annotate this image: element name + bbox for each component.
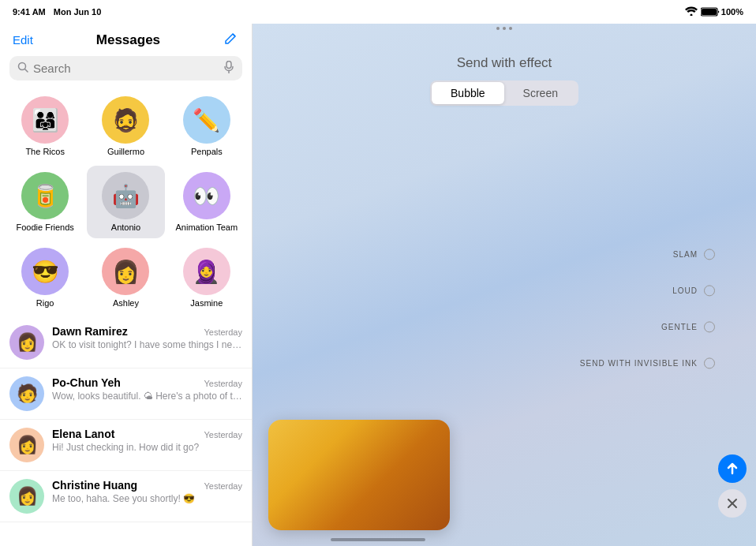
conv-name-dawn-ramirez: Dawn Ramirez [52,325,128,338]
home-indicator [331,538,425,541]
three-dots [496,27,512,30]
pinned-name-jasmine: Jasmine [190,298,223,308]
effect-label-slam: SLAM [673,250,698,259]
pinned-avatar-guillermo: 🧔 [102,96,149,144]
conv-content-dawn-ramirez: Dawn Ramirez Yesterday OK to visit tonig… [52,325,242,350]
status-bar: 9:41 AM Mon Jun 10 100% [0,0,756,24]
conv-avatar-po-chun-yeh: 🧑 [9,376,44,411]
conv-top-elena-lanot: Elena Lanot Yesterday [52,428,242,440]
effect-label-gentle: GENTLE [661,323,698,331]
cancel-button[interactable] [718,489,747,518]
wifi-icon [685,6,698,17]
search-bar[interactable] [9,56,242,80]
message-preview [268,420,450,530]
conv-item-elena-lanot[interactable]: 👩 Elena Lanot Yesterday Hi! Just checkin… [0,420,252,471]
svg-rect-2 [702,9,717,15]
conv-time-christine-huang: Yesterday [204,481,242,491]
conv-avatar-dawn-ramirez: 👩 [9,325,44,360]
effect-option-slam[interactable]: SLAM [673,249,715,260]
pinned-avatar-antonio: 🤖 [102,172,149,219]
pinned-item-penpals[interactable]: ✏️ Penpals [168,90,245,163]
pinned-item-animation-team[interactable]: 👀 Animation Team [168,166,245,238]
pinned-avatar-ashley: 👩 [102,248,149,295]
conv-name-po-chun-yeh: Po-Chun Yeh [52,376,121,389]
effect-radio-invisible-ink [704,357,715,368]
effect-radio-loud [704,285,715,296]
pinned-avatar-rigo: 😎 [21,248,69,295]
right-panel: Send with effect Bubble Screen SLAM LOUD… [253,24,756,546]
pinned-name-antonio: Antonio [111,223,140,232]
conv-name-elena-lanot: Elena Lanot [52,428,114,440]
conv-preview-dawn-ramirez: OK to visit tonight? I have some things … [52,339,242,350]
conv-top-dawn-ramirez: Dawn Ramirez Yesterday [52,325,242,338]
send-button[interactable] [718,454,747,483]
pinned-item-guillermo[interactable]: 🧔 Guillermo [87,90,164,163]
conv-top-christine-huang: Christine Huang Yesterday [52,479,242,492]
sidebar-title: Messages [96,32,160,48]
pinned-avatar-animation-team: 👀 [183,172,230,219]
conv-time-elena-lanot: Yesterday [204,430,242,439]
search-icon [17,62,28,75]
compose-button[interactable] [223,30,239,50]
conv-content-po-chun-yeh: Po-Chun Yeh Yesterday Wow, looks beautif… [52,376,242,402]
svg-rect-5 [226,62,231,69]
conv-preview-christine-huang: Me too, haha. See you shortly! 😎 [52,493,242,504]
effect-options: SLAM LOUD GENTLE SEND WITH INVISIBLE INK [580,249,715,368]
conv-top-po-chun-yeh: Po-Chun Yeh Yesterday [52,376,242,389]
search-input[interactable] [33,62,219,75]
conv-item-christine-huang[interactable]: 👩 Christine Huang Yesterday Me too, haha… [0,471,252,522]
pinned-name-guillermo: Guillermo [107,147,144,156]
svg-line-4 [25,69,28,73]
status-time: 9:41 AM [13,7,46,17]
battery-percent: 100% [721,7,743,17]
pinned-avatar-penpals: ✏️ [183,96,230,144]
mic-icon [223,61,234,76]
pinned-name-the-ricos: The Ricos [25,147,65,156]
conversation-list: 👩 Dawn Ramirez Yesterday OK to visit ton… [0,317,252,546]
conv-preview-elena-lanot: Hi! Just checking in. How did it go? [52,442,242,453]
pinned-item-rigo[interactable]: 😎 Rigo [6,241,84,314]
dot-3 [509,27,512,30]
effect-radio-gentle [704,321,715,332]
conv-item-dawn-ramirez[interactable]: 👩 Dawn Ramirez Yesterday OK to visit ton… [0,317,252,368]
pinned-avatar-the-ricos: 👨‍👩‍👧 [21,96,69,144]
pinned-item-the-ricos[interactable]: 👨‍👩‍👧 The Ricos [6,90,84,163]
pinned-name-rigo: Rigo [36,298,54,308]
svg-point-0 [690,14,692,17]
conv-time-dawn-ramirez: Yesterday [204,327,242,337]
sidebar: Edit Messages [0,24,253,546]
dot-1 [496,27,500,30]
effect-toggle: Bubble Screen [430,80,578,106]
conv-avatar-christine-huang: 👩 [9,479,44,514]
conv-content-christine-huang: Christine Huang Yesterday Me too, haha. … [52,479,242,504]
effect-label-invisible-ink: SEND WITH INVISIBLE INK [580,359,698,368]
conv-time-po-chun-yeh: Yesterday [204,379,242,388]
pinned-name-penpals: Penpals [191,147,223,156]
dot-2 [503,27,506,30]
pinned-name-ashley: Ashley [113,298,139,308]
effect-label-loud: LOUD [672,286,698,295]
tab-bubble[interactable]: Bubble [432,82,504,104]
conv-item-po-chun-yeh[interactable]: 🧑 Po-Chun Yeh Yesterday Wow, looks beaut… [0,368,252,420]
edit-button[interactable]: Edit [13,33,33,47]
tab-screen[interactable]: Screen [504,82,577,104]
effect-title: Send with effect [457,55,552,71]
pinned-item-jasmine[interactable]: 🧕 Jasmine [168,241,245,314]
pinned-item-ashley[interactable]: 👩 Ashley [87,241,164,314]
pinned-name-animation-team: Animation Team [175,223,238,232]
effect-option-invisible-ink[interactable]: SEND WITH INVISIBLE INK [580,357,715,368]
effect-option-loud[interactable]: LOUD [672,285,715,296]
effect-option-gentle[interactable]: GENTLE [661,321,715,332]
pinned-avatar-foodie-friends: 🥫 [21,172,69,219]
pinned-contacts-grid: 👨‍👩‍👧 The Ricos 🧔 Guillermo ✏️ Penpals 🥫… [0,87,252,317]
conv-avatar-elena-lanot: 👩 [9,428,44,462]
status-date: Mon Jun 10 [54,7,102,17]
conv-preview-po-chun-yeh: Wow, looks beautiful. 🌤 Here's a photo o… [52,391,242,402]
pinned-name-foodie-friends: Foodie Friends [16,223,73,232]
conv-content-elena-lanot: Elena Lanot Yesterday Hi! Just checking … [52,428,242,453]
conv-name-christine-huang: Christine Huang [52,479,137,492]
pinned-item-antonio[interactable]: 🤖 Antonio [87,166,164,238]
battery-icon: 100% [701,7,743,17]
pinned-item-foodie-friends[interactable]: 🥫 Foodie Friends [6,166,84,238]
sidebar-header: Edit Messages [0,24,252,53]
